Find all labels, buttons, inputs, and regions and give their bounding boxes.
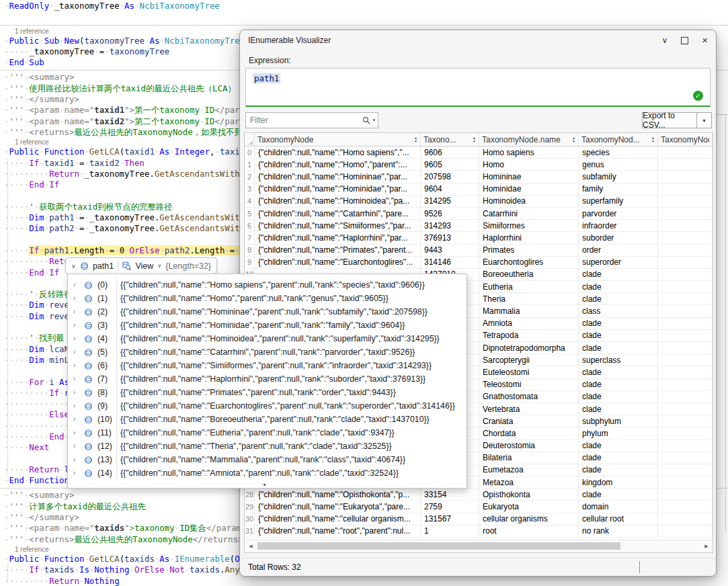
view-button[interactable]: View xyxy=(135,261,153,271)
table-row[interactable]: 2{"children":null,"name":"Homininae","pa… xyxy=(245,171,713,183)
expander-chevron-icon[interactable]: › xyxy=(73,402,75,410)
list-item[interactable]: ›(2){{"children":null,"name":"Homininae"… xyxy=(68,306,465,319)
column-header[interactable]: TaxonomyNod xyxy=(658,133,713,146)
text: · xyxy=(225,245,229,255)
expander-chevron-icon[interactable]: › xyxy=(73,294,75,302)
column-header-selector[interactable] xyxy=(245,133,255,146)
text: {{"children":null,"name":"Hominoidea","p… xyxy=(120,334,462,343)
filter-input[interactable] xyxy=(246,113,378,128)
object-icon xyxy=(84,335,93,343)
highlighted-statement: If·path1.Length·=·0·OrElse·path2.Length·… xyxy=(29,245,270,255)
list-item[interactable]: ›(5){{"children":null,"name":"Catarrhini… xyxy=(68,346,465,360)
table-row[interactable]: 5{"children":null,"name":"Catarrhini","p… xyxy=(245,208,713,220)
dialog-titlebar[interactable]: IEnumerable Visualizer ∨ × xyxy=(240,30,716,50)
export-to-csv-button[interactable]: Export to CSV... xyxy=(642,112,697,128)
list-item[interactable]: ›(4){{"children":null,"name":"Hominoidea… xyxy=(68,333,465,346)
datatip-expression[interactable]: path1 xyxy=(93,261,114,271)
expander-chevron-icon[interactable]: ∨ xyxy=(71,263,76,269)
sort-icon[interactable]: ▲▼ xyxy=(572,136,575,142)
list-item[interactable]: ›(1){{"children":null,"name":"Homo","par… xyxy=(68,292,465,306)
text: ········· xyxy=(4,256,49,266)
expander-chevron-icon[interactable]: › xyxy=(73,308,75,316)
expander-chevron-icon[interactable]: › xyxy=(73,362,75,370)
expander-chevron-icon[interactable]: › xyxy=(73,348,75,356)
text: · xyxy=(74,158,79,168)
column-header[interactable]: TaxonomyNode▲▼ xyxy=(255,133,421,146)
table-cell: species xyxy=(579,146,658,158)
table-row[interactable]: 9{"children":null,"name":"Euarchontoglir… xyxy=(245,257,713,269)
sort-icon[interactable]: ▲▼ xyxy=(651,136,655,142)
list-item[interactable]: ›(13){{"children":null,"name":"Mammalia"… xyxy=(68,454,465,467)
scroll-right-icon[interactable]: ▶ xyxy=(701,544,712,549)
expander-chevron-icon[interactable]: › xyxy=(73,429,75,437)
table-cell: Homo xyxy=(479,159,579,170)
table-row[interactable]: 0{"children":null,"name":"Homo sapiens",… xyxy=(245,146,713,159)
chevron-down-icon[interactable]: ∨ xyxy=(661,36,668,44)
expander-chevron-icon[interactable]: › xyxy=(73,388,75,396)
list-item[interactable]: ›(11){{"children":null,"name":"Eutheria"… xyxy=(68,427,465,440)
table-cell: 9606 xyxy=(421,146,479,158)
text: ''' xyxy=(9,72,24,82)
scrollbar-track[interactable] xyxy=(256,540,701,552)
text: Public xyxy=(9,554,39,564)
scrollbar-thumb[interactable] xyxy=(257,542,620,550)
table-cell xyxy=(658,208,713,219)
close-icon[interactable]: × xyxy=(702,36,708,44)
table-row[interactable]: 1{"children":null,"name":"Homo","parent"… xyxy=(245,159,713,171)
list-item[interactable]: ›(0){{"children":null,"name":"Homo sapie… xyxy=(68,279,465,292)
maximize-icon[interactable] xyxy=(681,37,688,44)
table-row[interactable]: 4{"children":null,"name":"Hominoidea","p… xyxy=(245,196,713,208)
table-cell: subfamily xyxy=(579,171,658,182)
column-header[interactable]: TaxonomyNod...▲▼ xyxy=(579,133,658,146)
list-item[interactable]: ›(8){{"children":null,"name":"Primates",… xyxy=(68,386,465,400)
list-item[interactable]: ›(3){{"children":null,"name":"Hominidae"… xyxy=(68,319,465,333)
text: 使用路径比较法计算两个taxid的最近公共祖先（LCA） xyxy=(29,83,236,93)
text: · xyxy=(39,554,44,564)
expander-chevron-icon[interactable]: › xyxy=(73,415,75,423)
expander-chevron-icon[interactable]: › xyxy=(73,469,75,477)
sort-icon[interactable]: ▲▼ xyxy=(414,136,417,142)
text: (2) xyxy=(97,307,108,317)
object-icon xyxy=(84,456,93,464)
search-icon[interactable] xyxy=(362,116,370,124)
view-dropdown-icon[interactable]: ∨ xyxy=(157,263,161,269)
horizontal-scrollbar[interactable]: ◀ ▶ xyxy=(245,540,712,552)
filter-dropdown-icon[interactable]: ▾ xyxy=(372,118,375,123)
expression-input[interactable]: path1 ✓ xyxy=(245,68,711,107)
expander-chevron-icon[interactable]: › xyxy=(73,442,75,450)
list-item[interactable]: ›(6){{"children":null,"name":"Simiiforme… xyxy=(68,360,465,373)
table-row[interactable]: 3{"children":null,"name":"Hominidae","pa… xyxy=(245,183,713,196)
text: {{"children":null,"name":"Homininae","pa… xyxy=(120,307,462,317)
export-dropdown-icon[interactable]: ▼ xyxy=(697,112,712,128)
object-icon xyxy=(84,375,93,384)
list-item[interactable]: ›(12){{"children":null,"name":"Theria","… xyxy=(68,440,465,454)
text: Any xyxy=(225,564,239,575)
table-row[interactable]: 6{"children":null,"name":"Simiiformes","… xyxy=(245,220,713,232)
sort-icon[interactable]: ▲▼ xyxy=(473,136,476,142)
text: ' xyxy=(29,333,34,343)
expander-chevron-icon[interactable]: › xyxy=(73,321,75,329)
table-row[interactable]: 30{"children":null,"name":"cellular orga… xyxy=(245,513,713,526)
list-item[interactable]: ›(9){{"children":null,"name":"Euarchonto… xyxy=(68,400,465,413)
list-item[interactable]: ›(10){{"children":null,"name":"Boreoeuth… xyxy=(68,413,465,427)
table-row[interactable]: 29{"children":null,"name":"Eukaryota","p… xyxy=(245,501,713,513)
list-item[interactable]: ›(14){{"children":null,"name":"Amniota",… xyxy=(68,467,465,480)
table-row[interactable]: 31{"children":null,"name":"root","parent… xyxy=(245,526,713,538)
text: ''' xyxy=(9,512,24,522)
table-cell: clade xyxy=(579,440,658,452)
column-header[interactable]: Taxono...▲▼ xyxy=(421,133,479,146)
select-all-icon[interactable] xyxy=(249,140,253,144)
table-row[interactable]: 7{"children":null,"name":"Haplorrhini","… xyxy=(245,232,713,244)
text: · xyxy=(94,46,99,56)
table-row[interactable]: 28{"children":null,"name":"Opisthokonta"… xyxy=(245,489,713,501)
expander-chevron-icon[interactable]: › xyxy=(73,281,75,289)
expander-chevron-icon[interactable]: › xyxy=(73,456,75,464)
scroll-left-icon[interactable]: ◀ xyxy=(245,544,256,549)
expander-chevron-icon[interactable]: › xyxy=(73,375,75,383)
scroll-more-icon[interactable]: ▾ xyxy=(264,482,266,488)
table-row[interactable]: 8{"children":null,"name":"Primates","par… xyxy=(245,245,713,257)
expander-chevron-icon[interactable]: › xyxy=(73,335,75,343)
text: </summary> xyxy=(29,512,79,522)
list-item[interactable]: ›(7){{"children":null,"name":"Haplorrhin… xyxy=(68,373,465,386)
column-header[interactable]: TaxonomyNode.name▲▼ xyxy=(479,133,579,146)
